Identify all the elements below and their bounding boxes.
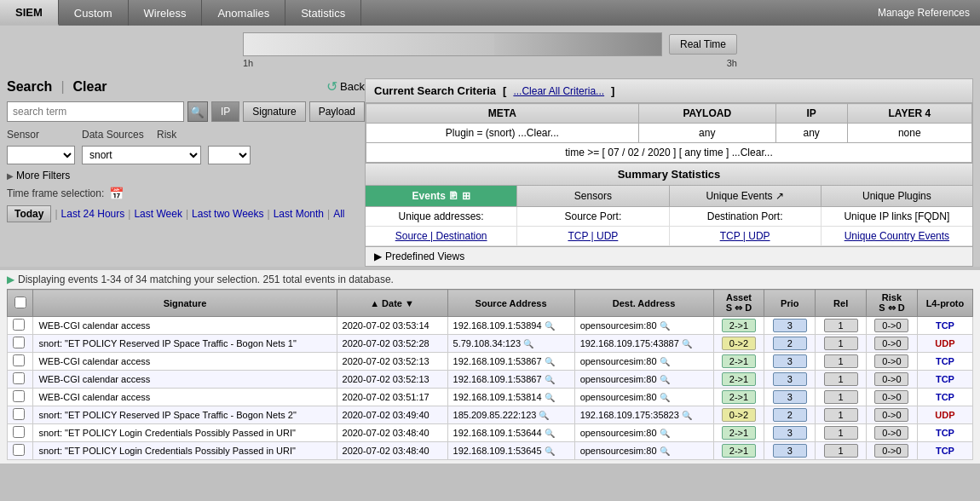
criteria-plugin-ip: any bbox=[775, 124, 847, 143]
signature-filter-button[interactable]: Signature bbox=[243, 101, 305, 122]
clear-button[interactable]: Clear bbox=[73, 79, 107, 95]
col-source[interactable]: Source Address bbox=[447, 290, 574, 317]
row-date: 2020-07-02 03:52:28 bbox=[337, 335, 447, 353]
asset-badge[interactable]: 0->2 bbox=[722, 337, 756, 350]
today-button[interactable]: Today bbox=[7, 205, 51, 222]
payload-filter-button[interactable]: Payload bbox=[309, 101, 365, 122]
search-row: 🔍 IP Signature Payload bbox=[7, 101, 365, 122]
row-checkbox-cell[interactable] bbox=[8, 335, 33, 353]
asset-badge[interactable]: 2->1 bbox=[722, 444, 756, 458]
summary-tab-sensors[interactable]: Sensors bbox=[517, 186, 669, 206]
predefined-views-row[interactable]: ▶ Predefined Views bbox=[366, 246, 972, 266]
risk-badge[interactable]: 0->0 bbox=[874, 337, 908, 350]
tab-wireless[interactable]: Wireless bbox=[129, 0, 203, 26]
rel-badge: 1 bbox=[824, 408, 858, 422]
col-date[interactable]: ▲ Date ▼ bbox=[337, 290, 447, 317]
all-link[interactable]: All bbox=[333, 208, 344, 220]
risk-badge[interactable]: 0->0 bbox=[874, 372, 908, 386]
row-checkbox[interactable] bbox=[13, 408, 25, 420]
col-prio[interactable]: Prio bbox=[764, 290, 816, 317]
summary-cell-unique-addr: Unique addresses: bbox=[366, 207, 517, 226]
qs-sep-1: | bbox=[55, 208, 57, 220]
risk-badge[interactable]: 0->0 bbox=[874, 426, 908, 440]
asset-badge[interactable]: 0->2 bbox=[722, 408, 756, 422]
timeline-labels: 1h 3h bbox=[243, 58, 737, 68]
asset-badge[interactable]: 2->1 bbox=[722, 390, 756, 404]
risk-badge[interactable]: 0->0 bbox=[874, 444, 908, 458]
last-month-link[interactable]: Last Month bbox=[274, 208, 324, 220]
summary-tcp-udp-dst-link[interactable]: TCP | UDP bbox=[670, 227, 821, 245]
col-dest[interactable]: Dest. Address bbox=[574, 290, 713, 317]
row-prio: 3 bbox=[764, 442, 816, 460]
summary-tab-events[interactable]: Events 🖹 ⊞ bbox=[366, 186, 517, 206]
last-week-link[interactable]: Last Week bbox=[134, 208, 182, 220]
clear-all-criteria-link[interactable]: ...Clear All Criteria... bbox=[513, 85, 604, 97]
col-signature[interactable]: Signature bbox=[33, 290, 337, 317]
row-checkbox-cell[interactable] bbox=[8, 406, 33, 424]
col-checkbox[interactable] bbox=[8, 290, 33, 317]
tab-custom[interactable]: Custom bbox=[59, 0, 129, 26]
sensor-select[interactable] bbox=[7, 146, 75, 164]
row-prio: 3 bbox=[764, 389, 816, 406]
summary-tab-unique-events[interactable]: Unique Events ↗ bbox=[670, 186, 821, 206]
realtime-button[interactable]: Real Time bbox=[669, 34, 737, 55]
risk-badge[interactable]: 0->0 bbox=[874, 408, 908, 422]
risk-badge[interactable]: 0->0 bbox=[874, 319, 908, 332]
timeline-label-1h: 1h bbox=[243, 58, 253, 68]
row-prio: 3 bbox=[764, 424, 816, 442]
summary-country-events-link[interactable]: Unique Country Events bbox=[821, 227, 972, 245]
select-all-checkbox[interactable] bbox=[14, 297, 26, 308]
row-checkbox[interactable] bbox=[13, 426, 25, 438]
manage-references-link[interactable]: Manage References bbox=[868, 0, 980, 26]
data-source-select[interactable]: snort bbox=[82, 146, 201, 164]
summary-tab-unique-plugins[interactable]: Unique Plugins bbox=[821, 186, 972, 206]
tab-siem[interactable]: SIEM bbox=[0, 0, 59, 26]
row-checkbox-cell[interactable] bbox=[8, 353, 33, 371]
right-panel: Current Search Criteria [ ...Clear All C… bbox=[365, 78, 973, 267]
last24-link[interactable]: Last 24 Hours bbox=[61, 208, 125, 220]
row-checkbox-cell[interactable] bbox=[8, 442, 33, 460]
asset-badge[interactable]: 2->1 bbox=[722, 319, 756, 332]
summary-src-dst-link[interactable]: Source | Destination bbox=[366, 227, 517, 245]
summary-tcp-udp-src-link[interactable]: TCP | UDP bbox=[517, 227, 669, 245]
row-checkbox-cell[interactable] bbox=[8, 389, 33, 406]
rel-badge: 1 bbox=[824, 337, 858, 350]
ip-filter-button[interactable]: IP bbox=[211, 101, 239, 122]
row-checkbox[interactable] bbox=[13, 337, 25, 348]
risk-select[interactable] bbox=[208, 146, 251, 164]
more-filters-toggle[interactable]: ▶ More Filters bbox=[7, 170, 365, 181]
row-date: 2020-07-02 03:49:40 bbox=[337, 406, 447, 424]
search-input[interactable] bbox=[7, 101, 184, 122]
asset-badge[interactable]: 2->1 bbox=[722, 372, 756, 386]
row-checkbox-cell[interactable] bbox=[8, 424, 33, 442]
tab-statistics[interactable]: Statistics bbox=[285, 0, 361, 26]
risk-badge[interactable]: 0->0 bbox=[874, 390, 908, 404]
row-rel: 1 bbox=[816, 317, 867, 335]
row-checkbox[interactable] bbox=[13, 354, 25, 366]
risk-badge[interactable]: 0->0 bbox=[874, 354, 908, 368]
calendar-icon[interactable]: 📅 bbox=[109, 187, 124, 200]
tab-anomalies[interactable]: Anomalies bbox=[202, 0, 285, 26]
rel-badge: 1 bbox=[824, 426, 858, 440]
row-checkbox[interactable] bbox=[13, 319, 25, 331]
predefined-arrow-icon: ▶ bbox=[374, 250, 382, 262]
row-asset: 0->2 bbox=[713, 335, 764, 353]
row-checkbox-cell[interactable] bbox=[8, 371, 33, 389]
col-proto[interactable]: L4-proto bbox=[917, 290, 972, 317]
row-dest: opensourcesim:80 🔍 bbox=[574, 317, 713, 335]
row-checkbox[interactable] bbox=[13, 390, 25, 402]
back-button[interactable]: ↺ Back bbox=[326, 78, 365, 95]
row-checkbox[interactable] bbox=[13, 444, 25, 456]
row-checkbox-cell[interactable] bbox=[8, 317, 33, 335]
last-two-weeks-link[interactable]: Last two Weeks bbox=[192, 208, 263, 220]
timeline-fill bbox=[494, 33, 661, 55]
asset-badge[interactable]: 2->1 bbox=[722, 354, 756, 368]
timeline-bar[interactable] bbox=[243, 32, 662, 56]
summary-tabs: Events 🖹 ⊞ Sensors Unique Events ↗ Uniqu… bbox=[366, 186, 972, 207]
search-go-button[interactable]: 🔍 bbox=[187, 101, 208, 122]
asset-badge[interactable]: 2->1 bbox=[722, 426, 756, 440]
col-risk[interactable]: RiskS ⇔ D bbox=[867, 290, 918, 317]
row-checkbox[interactable] bbox=[13, 372, 25, 384]
col-asset[interactable]: AssetS ⇔ D bbox=[713, 290, 764, 317]
col-rel[interactable]: Rel bbox=[816, 290, 867, 317]
